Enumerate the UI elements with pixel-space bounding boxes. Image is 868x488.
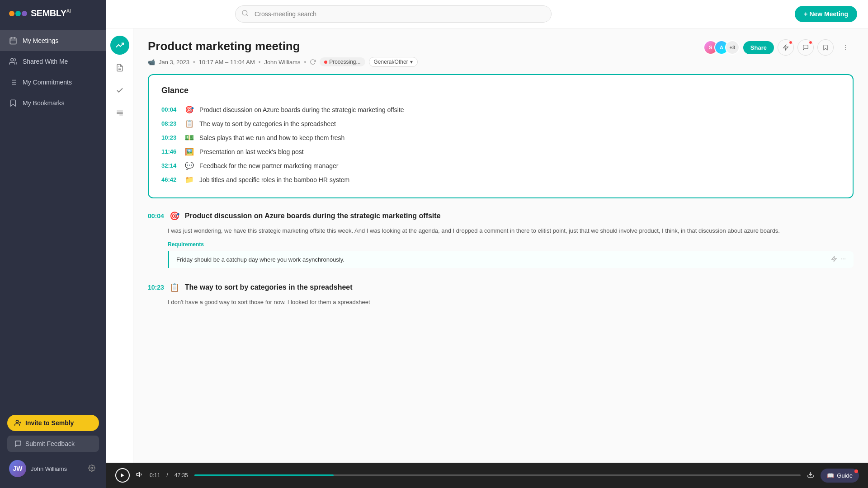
refresh-icon — [310, 59, 316, 65]
glance-item-2[interactable]: 10:23 💵 Sales plays that we run and how … — [161, 131, 840, 145]
glance-text-3: Presentation on last week's blog post — [199, 148, 304, 155]
user-profile: JW John Williams — [7, 456, 99, 481]
nav-trend-button[interactable] — [110, 36, 129, 55]
progress-bar[interactable] — [194, 474, 801, 476]
calendar-icon — [9, 37, 17, 45]
logo-icon — [9, 11, 27, 16]
share-button[interactable]: Share — [743, 41, 774, 54]
invite-label: Invite to Sembly — [25, 419, 74, 427]
play-button[interactable] — [115, 468, 130, 483]
trend-icon — [116, 41, 124, 49]
glance-item-5[interactable]: 46:42 📁 Job titles and specific roles in… — [161, 173, 840, 187]
glance-emoji-3: 🖼️ — [185, 147, 194, 156]
sidebar-nav: My Meetings Shared With Me My Commitment… — [0, 27, 106, 408]
more-button[interactable] — [837, 39, 854, 56]
sidebar-item-my-meetings[interactable]: My Meetings — [0, 30, 106, 51]
glance-time-5: 46:42 — [161, 176, 179, 183]
glance-time-3: 11:46 — [161, 148, 179, 155]
chat-button[interactable] — [797, 39, 814, 56]
guide-notification-dot — [854, 469, 858, 473]
section-time-1[interactable]: 10:23 — [148, 284, 164, 291]
meeting-header: Product marketing meeting 📹 Jan 3, 2023 … — [148, 39, 854, 67]
section-emoji-1: 📋 — [170, 282, 179, 292]
attendee-count: +3 — [725, 40, 740, 55]
meeting-owner: John Williams — [264, 59, 300, 66]
glance-item-3[interactable]: 11:46 🖼️ Presentation on last week's blo… — [161, 145, 840, 159]
meeting-time-range: 10:17 AM – 11:04 AM — [199, 59, 255, 66]
svg-marker-23 — [783, 45, 788, 50]
logo-ai-label: AI — [66, 8, 71, 14]
svg-point-26 — [845, 49, 846, 50]
sidebar-item-my-commitments[interactable]: My Commitments — [0, 72, 106, 93]
section-time-0[interactable]: 00:04 — [148, 212, 164, 220]
search-bar — [235, 5, 552, 23]
notes-icon — [116, 64, 124, 72]
notification-dot — [789, 41, 793, 44]
check-icon — [116, 86, 124, 94]
search-icon — [241, 9, 249, 19]
new-meeting-button[interactable]: + New Meeting — [795, 6, 857, 22]
section-title-1: The way to sort by categories in the spr… — [185, 283, 353, 291]
svg-rect-0 — [10, 38, 16, 44]
sidebar-item-my-bookmarks[interactable]: My Bookmarks — [0, 93, 106, 113]
nav-check-button[interactable] — [110, 81, 129, 100]
meeting-date: Jan 3, 2023 — [159, 59, 189, 66]
req-lightning-button[interactable] — [831, 256, 837, 263]
svg-point-25 — [845, 47, 846, 48]
glance-item-1[interactable]: 08:23 📋 The way to sort by categories in… — [161, 117, 840, 131]
player-spacer — [148, 322, 854, 353]
search-input[interactable] — [235, 5, 552, 23]
volume-button[interactable] — [136, 471, 143, 480]
new-meeting-label: + New Meeting — [804, 10, 848, 18]
glance-text-0: Product discussion on Azure boards durin… — [199, 106, 404, 113]
svg-point-30 — [844, 258, 845, 259]
section-title-0: Product discussion on Azure boards durin… — [185, 212, 441, 220]
glance-emoji-1: 📋 — [185, 119, 194, 128]
sidebar-label-shared-with-me: Shared With Me — [23, 58, 68, 65]
sidebar-item-shared-with-me[interactable]: Shared With Me — [0, 51, 106, 72]
glance-item-4[interactable]: 32:14 💬 Feedback for the new partner mar… — [161, 159, 840, 173]
bookmark-icon-btn — [822, 44, 829, 51]
feedback-button[interactable]: Submit Feedback — [7, 436, 99, 452]
glance-item-0[interactable]: 00:04 🎯 Product discussion on Azure boar… — [161, 103, 840, 117]
lightning-icon — [783, 44, 789, 51]
nav-notes-button[interactable] — [110, 58, 129, 77]
section-body-0: I was just wondering, we have this strat… — [148, 226, 854, 236]
meeting-title: Product marketing meeting — [148, 39, 418, 53]
section-block-0: 00:04 🎯 Product discussion on Azure boar… — [148, 211, 854, 268]
avatars-group: S A +3 — [703, 40, 740, 55]
section-tag-0: Requirements — [148, 241, 854, 248]
svg-marker-27 — [832, 256, 837, 262]
category-badge[interactable]: General/Other ▾ — [369, 57, 418, 67]
req-more-button[interactable] — [840, 256, 846, 263]
gear-icon — [88, 465, 95, 472]
section-body-1: I don't have a good way to sort those fo… — [148, 298, 854, 307]
guide-button[interactable]: 📖 Guide — [821, 469, 859, 483]
glance-text-4: Feedback for the new partner marketing m… — [199, 162, 338, 169]
sidebar: SEMBLYAI My Meetings Shared With Me My C… — [0, 0, 106, 488]
invite-icon — [14, 419, 22, 427]
settings-button[interactable] — [86, 463, 97, 475]
meeting-nav — [106, 28, 133, 488]
avatar: JW — [9, 460, 26, 477]
svg-point-24 — [845, 45, 846, 46]
glance-time-0: 00:04 — [161, 106, 179, 113]
requirement-text-0: Friday should be a catchup day where you… — [176, 256, 344, 263]
glance-emoji-5: 📁 — [185, 175, 194, 184]
category-label: General/Other — [374, 59, 408, 65]
glance-title: Glance — [161, 86, 840, 95]
logo-text: SEMBLYAI — [31, 8, 71, 19]
status-dot — [324, 61, 327, 64]
req-actions-0 — [831, 256, 846, 263]
lightning-button[interactable] — [778, 39, 794, 56]
svg-point-28 — [841, 258, 842, 259]
glance-time-2: 10:23 — [161, 134, 179, 141]
req-lightning-icon — [831, 256, 837, 262]
header: + New Meeting — [106, 0, 868, 28]
sidebar-label-my-commitments: My Commitments — [23, 79, 72, 86]
bookmark-button[interactable] — [817, 39, 834, 56]
download-button[interactable] — [807, 471, 814, 480]
svg-point-4 — [11, 58, 14, 61]
nav-transcript-button[interactable] — [110, 103, 129, 122]
invite-button[interactable]: Invite to Sembly — [7, 415, 99, 431]
